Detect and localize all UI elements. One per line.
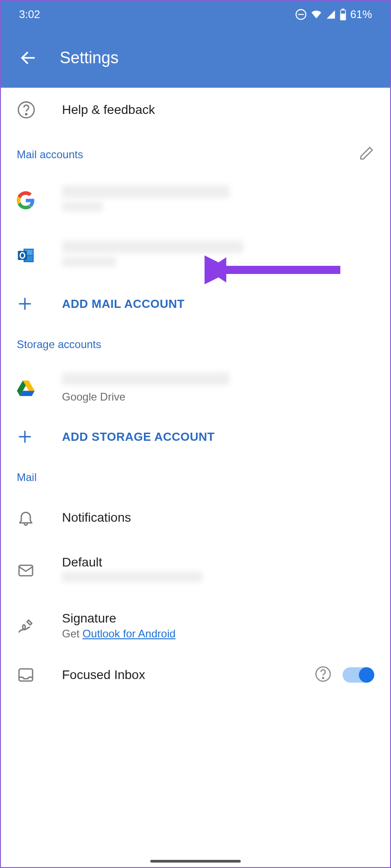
notifications-label: Notifications	[62, 510, 374, 525]
signature-icon	[17, 616, 36, 635]
help-circle-icon	[17, 100, 36, 119]
notifications-row[interactable]: Notifications	[1, 493, 390, 542]
google-drive-account-row[interactable]: Google Drive	[1, 360, 390, 416]
svg-rect-3	[342, 9, 344, 10]
mail-accounts-header: Mail accounts	[1, 132, 390, 173]
focused-inbox-help[interactable]	[315, 665, 332, 684]
outlook-account-email-redacted	[62, 241, 243, 253]
back-button[interactable]	[14, 44, 42, 71]
app-header: Settings	[1, 28, 390, 88]
svg-rect-4	[341, 14, 346, 20]
help-circle-icon	[315, 665, 332, 683]
add-storage-account-label: ADD STORAGE ACCOUNT	[62, 430, 215, 444]
mail-section-title: Mail	[17, 471, 37, 484]
svg-point-7	[26, 113, 27, 115]
status-right: 61%	[295, 8, 372, 21]
svg-point-20	[323, 677, 324, 679]
edit-accounts-button[interactable]	[359, 146, 374, 164]
storage-accounts-header: Storage accounts	[1, 325, 390, 360]
mail-icon	[17, 561, 35, 580]
google-account-name-redacted	[62, 202, 103, 212]
signature-row[interactable]: Signature Get Outlook for Android	[1, 599, 390, 653]
arrow-left-icon	[19, 49, 37, 67]
battery-icon	[339, 9, 347, 20]
inbox-icon	[17, 666, 35, 684]
status-bar: 3:02 61%	[1, 1, 390, 28]
add-mail-account-button[interactable]: ADD MAIL ACCOUNT	[1, 283, 390, 325]
signature-prefix: Get	[62, 627, 82, 640]
default-label: Default	[62, 555, 374, 570]
google-account-email-redacted	[62, 185, 229, 198]
dnd-icon	[295, 9, 307, 20]
status-time: 3:02	[19, 8, 40, 21]
toggle-knob	[359, 667, 374, 683]
add-mail-account-label: ADD MAIL ACCOUNT	[62, 297, 185, 311]
add-storage-account-button[interactable]: ADD STORAGE ACCOUNT	[1, 416, 390, 458]
settings-content: Help & feedback Mail accounts	[1, 88, 390, 697]
google-drive-label: Google Drive	[62, 391, 374, 403]
signal-icon	[326, 9, 336, 19]
outlook-android-link[interactable]: Outlook for Android	[82, 627, 175, 640]
mail-accounts-title: Mail accounts	[17, 148, 83, 161]
wifi-icon	[310, 9, 322, 20]
plus-icon	[17, 296, 33, 312]
help-feedback-label: Help & feedback	[62, 103, 374, 117]
focused-inbox-toggle[interactable]	[343, 667, 374, 683]
outlook-account-row[interactable]	[1, 228, 390, 283]
plus-icon	[17, 429, 33, 445]
battery-percent: 61%	[350, 8, 372, 21]
google-account-row[interactable]	[1, 173, 390, 228]
google-icon	[17, 191, 35, 209]
page-title: Settings	[60, 48, 119, 67]
help-feedback-row[interactable]: Help & feedback	[1, 88, 390, 132]
home-indicator[interactable]	[150, 860, 241, 863]
storage-accounts-title: Storage accounts	[17, 338, 101, 351]
pencil-icon	[359, 146, 374, 161]
default-row[interactable]: Default	[1, 542, 390, 599]
outlook-account-name-redacted	[62, 257, 116, 267]
mail-section-header: Mail	[1, 458, 390, 493]
signature-label: Signature	[62, 611, 374, 626]
outlook-icon	[17, 246, 35, 264]
default-email-redacted	[62, 571, 202, 582]
bell-icon	[17, 509, 35, 527]
focused-inbox-label: Focused Inbox	[62, 668, 315, 682]
focused-inbox-row[interactable]: Focused Inbox	[1, 653, 390, 697]
google-drive-icon	[17, 380, 35, 396]
drive-email-redacted	[62, 373, 229, 385]
signature-sub: Get Outlook for Android	[62, 627, 374, 640]
